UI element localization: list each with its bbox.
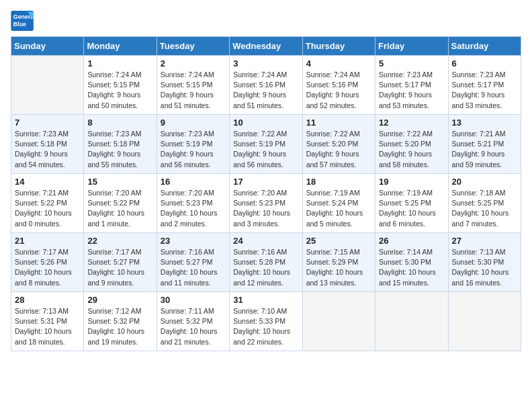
day-info: Sunrise: 7:23 AM Sunset: 5:17 PM Dayligh… <box>452 70 517 111</box>
day-number: 17 <box>233 177 298 187</box>
day-number: 28 <box>15 295 80 305</box>
calendar-cell: 10Sunrise: 7:22 AM Sunset: 5:19 PM Dayli… <box>230 115 302 174</box>
calendar-cell: 5Sunrise: 7:23 AM Sunset: 5:17 PM Daylig… <box>375 56 448 115</box>
calendar-cell: 12Sunrise: 7:22 AM Sunset: 5:20 PM Dayli… <box>375 115 448 174</box>
day-info: Sunrise: 7:21 AM Sunset: 5:22 PM Dayligh… <box>15 188 80 229</box>
day-info: Sunrise: 7:10 AM Sunset: 5:33 PM Dayligh… <box>233 306 298 347</box>
day-info: Sunrise: 7:23 AM Sunset: 5:19 PM Dayligh… <box>161 129 226 170</box>
weekday-header: Thursday <box>302 37 375 56</box>
calendar-cell <box>448 292 521 351</box>
calendar-cell: 14Sunrise: 7:21 AM Sunset: 5:22 PM Dayli… <box>11 174 84 233</box>
day-info: Sunrise: 7:13 AM Sunset: 5:31 PM Dayligh… <box>15 306 80 347</box>
weekday-header: Sunday <box>11 37 84 56</box>
day-number: 18 <box>306 177 371 187</box>
day-info: Sunrise: 7:16 AM Sunset: 5:27 PM Dayligh… <box>161 247 226 288</box>
calendar-week: 7Sunrise: 7:23 AM Sunset: 5:18 PM Daylig… <box>11 115 521 174</box>
page-header: General Blue <box>11 11 521 31</box>
calendar-cell: 16Sunrise: 7:20 AM Sunset: 5:23 PM Dayli… <box>157 174 229 233</box>
day-info: Sunrise: 7:17 AM Sunset: 5:27 PM Dayligh… <box>87 247 152 288</box>
calendar-cell: 1Sunrise: 7:24 AM Sunset: 5:15 PM Daylig… <box>84 56 157 115</box>
calendar-cell: 25Sunrise: 7:15 AM Sunset: 5:29 PM Dayli… <box>302 233 375 292</box>
calendar-cell: 23Sunrise: 7:16 AM Sunset: 5:27 PM Dayli… <box>157 233 229 292</box>
logo-icon: General Blue <box>11 11 35 31</box>
day-number: 2 <box>161 58 226 68</box>
day-info: Sunrise: 7:23 AM Sunset: 5:18 PM Dayligh… <box>87 129 152 170</box>
day-info: Sunrise: 7:22 AM Sunset: 5:19 PM Dayligh… <box>233 129 298 170</box>
day-number: 21 <box>15 236 80 246</box>
calendar-cell <box>11 56 84 115</box>
day-number: 31 <box>233 295 298 305</box>
day-info: Sunrise: 7:17 AM Sunset: 5:26 PM Dayligh… <box>15 247 80 288</box>
day-number: 27 <box>452 236 517 246</box>
day-number: 6 <box>452 58 517 68</box>
calendar-cell: 21Sunrise: 7:17 AM Sunset: 5:26 PM Dayli… <box>11 233 84 292</box>
calendar-cell: 15Sunrise: 7:20 AM Sunset: 5:22 PM Dayli… <box>84 174 157 233</box>
day-info: Sunrise: 7:21 AM Sunset: 5:21 PM Dayligh… <box>452 129 517 170</box>
calendar-cell: 7Sunrise: 7:23 AM Sunset: 5:18 PM Daylig… <box>11 115 84 174</box>
day-number: 9 <box>161 118 226 128</box>
day-number: 4 <box>306 58 371 68</box>
day-info: Sunrise: 7:22 AM Sunset: 5:20 PM Dayligh… <box>306 129 371 170</box>
calendar-header: SundayMondayTuesdayWednesdayThursdayFrid… <box>11 37 521 56</box>
calendar-cell: 28Sunrise: 7:13 AM Sunset: 5:31 PM Dayli… <box>11 292 84 351</box>
day-info: Sunrise: 7:20 AM Sunset: 5:23 PM Dayligh… <box>233 188 298 229</box>
day-number: 12 <box>379 118 444 128</box>
calendar-cell: 29Sunrise: 7:12 AM Sunset: 5:32 PM Dayli… <box>84 292 157 351</box>
day-number: 11 <box>306 118 371 128</box>
day-number: 8 <box>87 118 152 128</box>
calendar-cell: 26Sunrise: 7:14 AM Sunset: 5:30 PM Dayli… <box>375 233 448 292</box>
weekday-header: Tuesday <box>157 37 229 56</box>
day-info: Sunrise: 7:22 AM Sunset: 5:20 PM Dayligh… <box>379 129 444 170</box>
calendar-cell: 20Sunrise: 7:18 AM Sunset: 5:25 PM Dayli… <box>448 174 521 233</box>
calendar-cell <box>302 292 375 351</box>
day-number: 22 <box>87 236 152 246</box>
calendar-week: 1Sunrise: 7:24 AM Sunset: 5:15 PM Daylig… <box>11 56 521 115</box>
day-number: 30 <box>161 295 226 305</box>
day-info: Sunrise: 7:11 AM Sunset: 5:32 PM Dayligh… <box>161 306 226 347</box>
day-number: 3 <box>233 58 298 68</box>
day-info: Sunrise: 7:15 AM Sunset: 5:29 PM Dayligh… <box>306 247 371 288</box>
day-info: Sunrise: 7:23 AM Sunset: 5:18 PM Dayligh… <box>15 129 80 170</box>
day-info: Sunrise: 7:14 AM Sunset: 5:30 PM Dayligh… <box>379 247 444 288</box>
weekday-header: Wednesday <box>230 37 302 56</box>
calendar-cell: 4Sunrise: 7:24 AM Sunset: 5:16 PM Daylig… <box>302 56 375 115</box>
day-number: 5 <box>379 58 444 68</box>
day-info: Sunrise: 7:12 AM Sunset: 5:32 PM Dayligh… <box>87 306 152 347</box>
calendar-cell: 22Sunrise: 7:17 AM Sunset: 5:27 PM Dayli… <box>84 233 157 292</box>
calendar-cell: 2Sunrise: 7:24 AM Sunset: 5:15 PM Daylig… <box>157 56 229 115</box>
day-number: 23 <box>161 236 226 246</box>
calendar-cell: 3Sunrise: 7:24 AM Sunset: 5:16 PM Daylig… <box>230 56 302 115</box>
calendar-cell: 9Sunrise: 7:23 AM Sunset: 5:19 PM Daylig… <box>157 115 229 174</box>
day-number: 24 <box>233 236 298 246</box>
day-number: 20 <box>452 177 517 187</box>
day-number: 7 <box>15 118 80 128</box>
day-number: 15 <box>87 177 152 187</box>
weekday-header: Friday <box>375 37 448 56</box>
day-info: Sunrise: 7:19 AM Sunset: 5:25 PM Dayligh… <box>379 188 444 229</box>
day-number: 16 <box>161 177 226 187</box>
day-number: 13 <box>452 118 517 128</box>
day-info: Sunrise: 7:24 AM Sunset: 5:16 PM Dayligh… <box>306 70 371 111</box>
weekday-header: Saturday <box>448 37 521 56</box>
calendar-cell: 6Sunrise: 7:23 AM Sunset: 5:17 PM Daylig… <box>448 56 521 115</box>
day-info: Sunrise: 7:20 AM Sunset: 5:22 PM Dayligh… <box>87 188 152 229</box>
day-info: Sunrise: 7:20 AM Sunset: 5:23 PM Dayligh… <box>161 188 226 229</box>
calendar-cell: 24Sunrise: 7:16 AM Sunset: 5:28 PM Dayli… <box>230 233 302 292</box>
calendar-cell: 8Sunrise: 7:23 AM Sunset: 5:18 PM Daylig… <box>84 115 157 174</box>
day-info: Sunrise: 7:16 AM Sunset: 5:28 PM Dayligh… <box>233 247 298 288</box>
calendar-cell: 19Sunrise: 7:19 AM Sunset: 5:25 PM Dayli… <box>375 174 448 233</box>
day-number: 25 <box>306 236 371 246</box>
calendar-cell: 30Sunrise: 7:11 AM Sunset: 5:32 PM Dayli… <box>157 292 229 351</box>
calendar-cell: 17Sunrise: 7:20 AM Sunset: 5:23 PM Dayli… <box>230 174 302 233</box>
svg-text:Blue: Blue <box>13 21 26 28</box>
day-info: Sunrise: 7:18 AM Sunset: 5:25 PM Dayligh… <box>452 188 517 229</box>
day-info: Sunrise: 7:23 AM Sunset: 5:17 PM Dayligh… <box>379 70 444 111</box>
day-number: 29 <box>87 295 152 305</box>
day-info: Sunrise: 7:24 AM Sunset: 5:15 PM Dayligh… <box>161 70 226 111</box>
day-number: 26 <box>379 236 444 246</box>
calendar-week: 14Sunrise: 7:21 AM Sunset: 5:22 PM Dayli… <box>11 174 521 233</box>
calendar-week: 28Sunrise: 7:13 AM Sunset: 5:31 PM Dayli… <box>11 292 521 351</box>
calendar-cell: 13Sunrise: 7:21 AM Sunset: 5:21 PM Dayli… <box>448 115 521 174</box>
day-info: Sunrise: 7:13 AM Sunset: 5:30 PM Dayligh… <box>452 247 517 288</box>
day-info: Sunrise: 7:24 AM Sunset: 5:15 PM Dayligh… <box>87 70 152 111</box>
